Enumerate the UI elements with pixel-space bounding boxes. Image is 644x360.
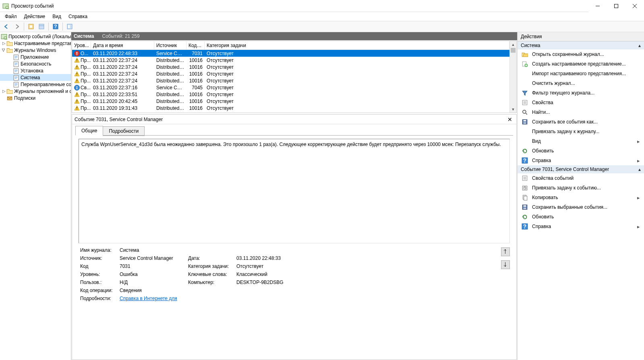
actions-pane: Действия Система▴ Открыть сохраненный жу… bbox=[518, 32, 644, 360]
titlebar: Просмотр событий bbox=[0, 0, 588, 12]
action-item[interactable]: Импорт настраиваемого представления... bbox=[518, 69, 644, 78]
close-button[interactable] bbox=[625, 0, 644, 12]
refresh-icon bbox=[522, 148, 528, 154]
chevron-right-icon: ▸ bbox=[637, 158, 640, 164]
event-row[interactable]: Пр...03.11.2020 22:37:24DistributedC...1… bbox=[72, 57, 509, 64]
nav-back-button[interactable] bbox=[2, 22, 11, 31]
event-description: Служба WpnUserService_41d3d была неожида… bbox=[79, 139, 510, 243]
toolbar-button-3[interactable] bbox=[65, 22, 75, 31]
help-icon bbox=[522, 157, 528, 164]
event-row[interactable]: Пр...03.11.2020 19:31:43DistributedC...1… bbox=[72, 105, 509, 111]
tree-setup[interactable]: Установка bbox=[0, 67, 71, 74]
detail-close-button[interactable]: ✕ bbox=[506, 116, 514, 123]
app-icon bbox=[2, 3, 9, 9]
tab-details[interactable]: Подробности bbox=[103, 126, 145, 136]
tree-root[interactable]: Просмотр событий (Локальны bbox=[0, 33, 71, 40]
action-item[interactable]: Фильтр текущего журнала... bbox=[518, 88, 644, 98]
tree-app-logs[interactable]: ▷ Журналы приложений и сл bbox=[0, 88, 71, 95]
toolbar-button-1[interactable] bbox=[26, 22, 36, 31]
action-item[interactable]: Справка▸ bbox=[518, 222, 644, 231]
event-row[interactable]: О...03.11.2020 22:48:33Service Cont...70… bbox=[72, 50, 509, 57]
tree-forwarded[interactable]: Перенаправленные соб bbox=[0, 81, 71, 88]
tab-general[interactable]: Общие bbox=[75, 126, 103, 136]
action-item[interactable]: Открыть сохраненный журнал... bbox=[518, 49, 644, 59]
col-code[interactable]: Код с... bbox=[186, 41, 205, 49]
toolbar-help-button[interactable] bbox=[51, 22, 60, 31]
folder-icon bbox=[6, 88, 13, 95]
tree-security[interactable]: Безопасность bbox=[0, 60, 71, 67]
minimize-button[interactable] bbox=[588, 0, 607, 12]
chevron-right-icon: ▸ bbox=[637, 195, 640, 201]
toolbar bbox=[0, 21, 644, 32]
menu-help[interactable]: Справка bbox=[65, 13, 91, 20]
scroll-up-icon[interactable]: ▲ bbox=[510, 41, 516, 48]
detail-pane: Событие 7031, Service Control Manager ✕ … bbox=[72, 114, 517, 360]
event-row[interactable]: Пр...03.11.2020 22:37:24DistributedC...1… bbox=[72, 77, 509, 84]
folder-icon bbox=[6, 47, 13, 53]
actions-section-event[interactable]: Событие 7031, Service Control Manager▴ bbox=[518, 165, 644, 173]
toolbar-button-2[interactable] bbox=[37, 22, 46, 31]
online-help-link[interactable]: Справка в Интернете для bbox=[120, 296, 177, 301]
nav-forward-button[interactable] bbox=[12, 22, 22, 31]
find-icon bbox=[522, 109, 528, 115]
log-icon bbox=[13, 61, 19, 67]
tree-system[interactable]: Система bbox=[0, 74, 71, 81]
action-item[interactable]: Обновить bbox=[518, 146, 644, 156]
collapse-icon: ▴ bbox=[638, 43, 641, 48]
event-row[interactable]: Пр...03.11.2020 22:37:24DistributedC...1… bbox=[72, 64, 509, 70]
actions-heading: Действия bbox=[518, 32, 644, 41]
tree-windows-logs[interactable]: ▷ Журналы Windows bbox=[0, 47, 71, 53]
action-item[interactable]: Вид▸ bbox=[518, 136, 644, 146]
col-source[interactable]: Источник bbox=[154, 41, 186, 49]
action-item[interactable]: Свойства событий bbox=[518, 173, 644, 183]
event-row[interactable]: Пр...03.11.2020 20:42:45DistributedC...1… bbox=[72, 98, 509, 105]
action-item[interactable]: Привязать задачу к событию... bbox=[518, 183, 644, 193]
menu-view[interactable]: Вид bbox=[49, 13, 64, 20]
event-row[interactable]: Пр...03.11.2020 22:33:51DistributedC...1… bbox=[72, 91, 509, 98]
tree-application[interactable]: Приложение bbox=[0, 53, 71, 60]
menu-action[interactable]: Действие bbox=[21, 13, 49, 20]
col-category[interactable]: Категория задачи bbox=[205, 41, 509, 49]
actions-section-system[interactable]: Система▴ bbox=[518, 41, 644, 49]
nav-down-button[interactable]: 🡓 bbox=[501, 260, 510, 269]
event-row[interactable]: Пр...03.11.2020 22:37:24DistributedC...1… bbox=[72, 70, 509, 77]
scroll-down-icon[interactable]: ▼ bbox=[510, 106, 516, 113]
action-item[interactable]: Справка▸ bbox=[518, 156, 644, 165]
tree-subscriptions[interactable]: Подписки bbox=[0, 95, 71, 101]
expander-icon[interactable]: ▷ bbox=[2, 41, 6, 46]
action-item[interactable]: Копировать▸ bbox=[518, 193, 644, 202]
action-item[interactable]: Найти... bbox=[518, 107, 644, 117]
nav-up-button[interactable]: 🡑 bbox=[501, 247, 510, 256]
col-level[interactable]: Уров... bbox=[72, 41, 91, 49]
col-date[interactable]: Дата и время bbox=[91, 41, 154, 49]
column-headers: Уров... Дата и время Источник Код с... К… bbox=[72, 41, 509, 50]
chevron-right-icon: ▸ bbox=[637, 224, 640, 230]
props-icon bbox=[522, 99, 528, 106]
open-icon bbox=[522, 51, 528, 58]
svg-rect-27 bbox=[39, 24, 44, 29]
action-item[interactable]: Очистить журнал... bbox=[518, 78, 644, 88]
action-item[interactable]: Сохранить все события как... bbox=[518, 117, 644, 127]
log-icon bbox=[13, 81, 19, 88]
tree-pane: Просмотр событий (Локальны ▷ Настраиваем… bbox=[0, 32, 71, 360]
action-item[interactable]: Привязать задачу к журналу... bbox=[518, 127, 644, 136]
action-item[interactable]: Создать настраиваемое представление... bbox=[518, 59, 644, 69]
event-list-scrollbar[interactable]: ▲ ▼ bbox=[509, 41, 516, 113]
folder-icon bbox=[6, 40, 13, 47]
event-list: Уров... Дата и время Источник Код с... К… bbox=[72, 41, 517, 113]
action-item[interactable]: Сохранить выбранные события... bbox=[518, 202, 644, 212]
action-item[interactable]: Обновить bbox=[518, 212, 644, 222]
save-icon bbox=[522, 119, 528, 125]
event-count: Событий: 21 259 bbox=[102, 33, 140, 39]
action-item[interactable]: Свойства bbox=[518, 98, 644, 107]
menu-file[interactable]: Файл bbox=[2, 13, 20, 20]
event-row[interactable]: Св...03.11.2020 22:37:16Service Cont...7… bbox=[72, 84, 509, 91]
warn-icon bbox=[74, 58, 80, 63]
expander-icon[interactable]: ▷ bbox=[2, 48, 6, 53]
warn-icon bbox=[74, 64, 80, 70]
warn-icon bbox=[74, 78, 80, 84]
task-icon bbox=[522, 185, 528, 191]
expander-icon[interactable]: ▷ bbox=[2, 89, 6, 94]
maximize-button[interactable] bbox=[607, 0, 625, 12]
tree-custom-views[interactable]: ▷ Настраиваемые представл bbox=[0, 40, 71, 47]
